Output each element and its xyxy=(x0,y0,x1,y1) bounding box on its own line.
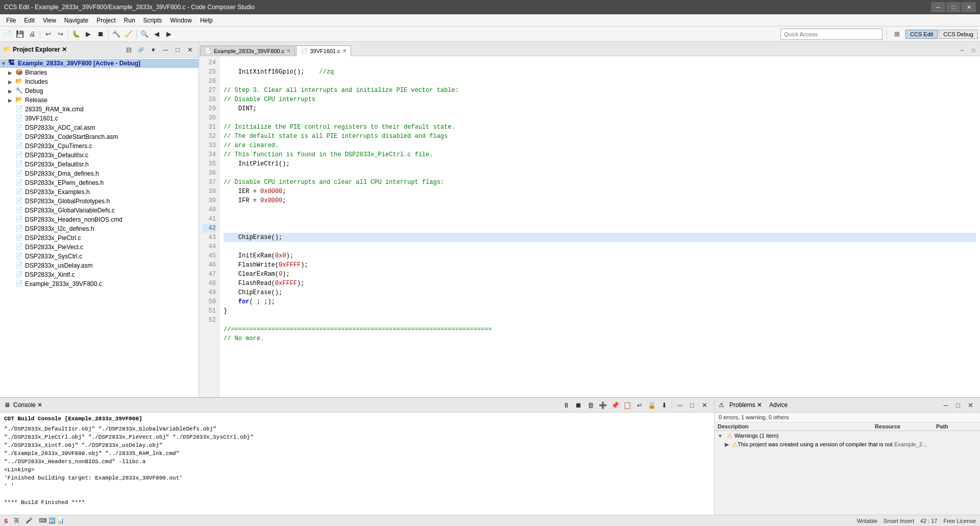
debug-label: Debug xyxy=(25,87,43,94)
menu-file[interactable]: File xyxy=(2,16,20,25)
tree-file-13[interactable]: 📄 DSP2833x_I2c_defines.h xyxy=(0,224,199,233)
console-scroll-lock[interactable]: 🔒 xyxy=(646,399,657,411)
tab-main-c[interactable]: 📄 Example_2833x_39VF800.c ✕ xyxy=(200,45,295,56)
tree-includes[interactable]: ▶ 📂 Includes xyxy=(0,77,199,86)
tree-file-5[interactable]: 📄 DSP2833x_DefaultIsr.c xyxy=(0,151,199,160)
tree-file-19[interactable]: 📄 Example_2833x_39VF800.c xyxy=(0,279,199,289)
tree-file-7[interactable]: 📄 DSP2833x_Dma_defines.h xyxy=(0,169,199,178)
pe-minimize[interactable]: ─ xyxy=(160,44,171,55)
problems-tab[interactable]: Problems ✕ xyxy=(729,401,762,409)
tb-redo[interactable]: ↪ xyxy=(55,29,66,40)
menu-edit[interactable]: Edit xyxy=(20,16,39,25)
release-label: Release xyxy=(25,97,47,104)
tree-file-12[interactable]: 📄 DSP2833x_Headers_nonBIOS.cmd xyxy=(0,215,199,224)
persp-ccs-edit[interactable]: CCS Edit xyxy=(905,30,938,39)
menu-window[interactable]: Window xyxy=(166,16,196,25)
warning-group[interactable]: ▼ ⚠ Warnings (1 item) xyxy=(715,431,980,440)
tb-navigate-fwd[interactable]: ▶ xyxy=(163,29,175,40)
pe-link[interactable]: 🔗 xyxy=(135,44,146,55)
console-line-3: "./Example_2833x_39VF800.obj" "../28335_… xyxy=(4,449,710,458)
console-minimize[interactable]: ─ xyxy=(674,399,685,411)
quick-access-input[interactable] xyxy=(780,29,883,40)
status-right: Writable Smart Insert 42 : 17 Free Licen… xyxy=(857,518,976,524)
tb-open-perspective[interactable]: ⊞ xyxy=(891,29,902,40)
tree-release[interactable]: ▶ 📂 Release xyxy=(0,95,199,105)
tb-debug[interactable]: 🐛 xyxy=(70,29,82,40)
tree-root[interactable]: ▼ 🏗 Example_2833x_39VF800 [Active - Debu… xyxy=(0,59,199,68)
tb-undo[interactable]: ↩ xyxy=(42,29,54,40)
tree-file-18[interactable]: 📄 DSP2833x_Xintf.c xyxy=(0,270,199,279)
problems-col-header: Description Resource Path xyxy=(715,422,980,431)
console-new[interactable]: ➕ xyxy=(597,399,608,411)
tree-file-0[interactable]: 📄 28335_RAM_lnk.cmd xyxy=(0,105,199,114)
tb-new[interactable]: 📄 xyxy=(2,29,13,40)
warning-group-label: Warnings (1 item) xyxy=(734,433,778,439)
includes-arrow: ▶ xyxy=(8,79,15,85)
console-close[interactable]: ✕ xyxy=(699,399,710,411)
tb-search[interactable]: 🔍 xyxy=(139,29,150,40)
tree-file-17[interactable]: 📄 DSP2833x_usDelay.asm xyxy=(0,261,199,270)
console-pin[interactable]: 📌 xyxy=(609,399,621,411)
tree-file-14[interactable]: 📄 DSP2833x_PieCtrl.c xyxy=(0,233,199,243)
tb-run[interactable]: ▶ xyxy=(83,29,94,40)
console-display[interactable]: 📋 xyxy=(622,399,633,411)
editor-maximize[interactable]: □ xyxy=(968,44,979,56)
menu-navigate[interactable]: Navigate xyxy=(60,16,92,25)
code-scroll-area[interactable]: 2425262728 2930313233 3435363738 394041 … xyxy=(199,56,980,397)
project-tree[interactable]: ▼ 🏗 Example_2833x_39VF800 [Active - Debu… xyxy=(0,58,199,397)
editor-minimize[interactable]: ─ xyxy=(957,44,968,56)
tb-clean[interactable]: 🧹 xyxy=(123,29,134,40)
tree-file-11[interactable]: 📄 DSP2833x_GlobalVariableDefs.c xyxy=(0,206,199,215)
menu-run[interactable]: Run xyxy=(120,16,139,25)
menu-help[interactable]: Help xyxy=(196,16,217,25)
c-icon-14: 📄 xyxy=(15,234,23,242)
code-text[interactable]: InitXintf16Gpio(); //zq // Step 3. Clear… xyxy=(219,56,980,397)
problem-item-0[interactable]: ▶ ⚠ This project was created using a ver… xyxy=(715,440,980,450)
menu-view[interactable]: View xyxy=(39,16,60,25)
pe-maximize[interactable]: □ xyxy=(172,44,183,55)
pe-icon: 📁 xyxy=(3,46,11,53)
tb-print[interactable]: 🖨 xyxy=(27,29,38,40)
console-stop[interactable]: ⏹ xyxy=(573,399,584,411)
pe-collapse-all[interactable]: ⊟ xyxy=(123,44,134,55)
tree-file-1[interactable]: 📄 39VF1601.c xyxy=(0,114,199,123)
advice-tab[interactable]: Advice xyxy=(769,401,788,409)
pe-menu[interactable]: ▾ xyxy=(148,44,159,55)
problems-minimize[interactable]: ─ xyxy=(940,399,951,411)
console-clear[interactable]: 🗑 xyxy=(585,399,596,411)
problems-maximize[interactable]: □ xyxy=(952,399,964,411)
persp-ccs-debug[interactable]: CCS Debug xyxy=(939,30,978,39)
tree-file-8[interactable]: 📄 DSP2833x_EPwm_defines.h xyxy=(0,178,199,187)
tb-build[interactable]: 🔨 xyxy=(111,29,122,40)
tab-39vf[interactable]: 📄 39VF1601.c ✕ xyxy=(296,45,351,56)
tb-navigate-back[interactable]: ◀ xyxy=(151,29,162,40)
console-scroll-end[interactable]: ⬇ xyxy=(658,399,670,411)
maximize-button[interactable]: □ xyxy=(946,2,961,12)
problems-close[interactable]: ✕ xyxy=(965,399,976,411)
cmd-icon-0: 📄 xyxy=(15,105,23,113)
close-button[interactable]: ✕ xyxy=(962,2,976,12)
tb-stop[interactable]: ⏹ xyxy=(95,29,106,40)
tree-file-9[interactable]: 📄 DSP2833x_Examples.h xyxy=(0,187,199,197)
tree-file-16[interactable]: 📄 DSP2833x_SysCtrl.c xyxy=(0,252,199,261)
tree-file-3[interactable]: 📄 DSP2833x_CodeStartBranch.asm xyxy=(0,132,199,141)
pe-close[interactable]: ✕ xyxy=(184,44,195,55)
menu-scripts[interactable]: Scripts xyxy=(139,16,166,25)
minimize-button[interactable]: ─ xyxy=(931,2,945,12)
console-pause[interactable]: ⏸ xyxy=(560,399,572,411)
tree-binaries[interactable]: ▶ 📦 Binaries xyxy=(0,68,199,77)
tree-file-4[interactable]: 📄 DSP2833x_CpuTimers.c xyxy=(0,141,199,151)
tree-file-15[interactable]: 📄 DSP2833x_PieVect.c xyxy=(0,243,199,252)
tree-debug[interactable]: ▶ 🔧 Debug xyxy=(0,86,199,95)
tb-sep2 xyxy=(68,30,68,39)
tb-save[interactable]: 💾 xyxy=(14,29,26,40)
tab-39vf-close[interactable]: ✕ xyxy=(342,48,347,54)
tab-main-c-close[interactable]: ✕ xyxy=(286,48,290,54)
tree-file-10[interactable]: 📄 DSP2833x_GlobalPrototypes.h xyxy=(0,197,199,206)
tree-file-6[interactable]: 📄 DSP2833x_DefaultIsr.h xyxy=(0,160,199,169)
menu-project[interactable]: Project xyxy=(92,16,119,25)
console-maximize[interactable]: □ xyxy=(687,399,698,411)
editor-tabs: 📄 Example_2833x_39VF800.c ✕ 📄 39VF1601.c… xyxy=(199,42,980,56)
tree-file-2[interactable]: 📄 DSP2833x_ADC_cal.asm xyxy=(0,123,199,132)
console-word-wrap[interactable]: ↵ xyxy=(634,399,645,411)
